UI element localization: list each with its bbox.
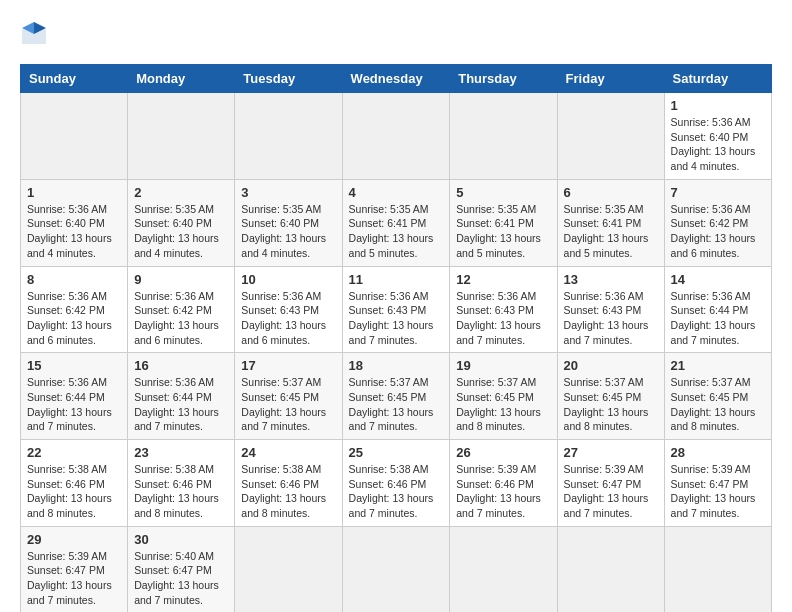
day-info: Sunrise: 5:38 AMSunset: 6:46 PMDaylight:…: [134, 462, 228, 521]
calendar-cell: 18Sunrise: 5:37 AMSunset: 6:45 PMDayligh…: [342, 353, 450, 440]
day-info: Sunrise: 5:37 AMSunset: 6:45 PMDaylight:…: [456, 375, 550, 434]
header-thursday: Thursday: [450, 65, 557, 93]
day-info: Sunrise: 5:36 AMSunset: 6:44 PMDaylight:…: [27, 375, 121, 434]
calendar-cell: 4Sunrise: 5:35 AMSunset: 6:41 PMDaylight…: [342, 179, 450, 266]
calendar-cell: 3Sunrise: 5:35 AMSunset: 6:40 PMDaylight…: [235, 179, 342, 266]
day-info: Sunrise: 5:36 AMSunset: 6:43 PMDaylight:…: [349, 289, 444, 348]
day-number: 8: [27, 272, 121, 287]
day-info: Sunrise: 5:38 AMSunset: 6:46 PMDaylight:…: [241, 462, 335, 521]
day-info: Sunrise: 5:35 AMSunset: 6:41 PMDaylight:…: [564, 202, 658, 261]
calendar-cell: 12Sunrise: 5:36 AMSunset: 6:43 PMDayligh…: [450, 266, 557, 353]
day-number: 25: [349, 445, 444, 460]
day-number: 29: [27, 532, 121, 547]
day-number: 10: [241, 272, 335, 287]
calendar-cell: [235, 93, 342, 180]
calendar-cell: 24Sunrise: 5:38 AMSunset: 6:46 PMDayligh…: [235, 440, 342, 527]
calendar-cell: 30Sunrise: 5:40 AMSunset: 6:47 PMDayligh…: [128, 526, 235, 612]
day-number: 20: [564, 358, 658, 373]
day-info: Sunrise: 5:35 AMSunset: 6:40 PMDaylight:…: [134, 202, 228, 261]
day-number: 17: [241, 358, 335, 373]
day-number: 12: [456, 272, 550, 287]
day-number: 28: [671, 445, 765, 460]
day-info: Sunrise: 5:36 AMSunset: 6:42 PMDaylight:…: [27, 289, 121, 348]
calendar-cell: 21Sunrise: 5:37 AMSunset: 6:45 PMDayligh…: [664, 353, 771, 440]
day-number: 24: [241, 445, 335, 460]
calendar-cell: [235, 526, 342, 612]
calendar-cell: [342, 93, 450, 180]
day-info: Sunrise: 5:39 AMSunset: 6:47 PMDaylight:…: [27, 549, 121, 608]
calendar-cell: 26Sunrise: 5:39 AMSunset: 6:46 PMDayligh…: [450, 440, 557, 527]
calendar-cell: [664, 526, 771, 612]
calendar-cell: 25Sunrise: 5:38 AMSunset: 6:46 PMDayligh…: [342, 440, 450, 527]
day-number: 1: [671, 98, 765, 113]
day-info: Sunrise: 5:36 AMSunset: 6:43 PMDaylight:…: [241, 289, 335, 348]
calendar-cell: 16Sunrise: 5:36 AMSunset: 6:44 PMDayligh…: [128, 353, 235, 440]
day-info: Sunrise: 5:36 AMSunset: 6:43 PMDaylight:…: [564, 289, 658, 348]
day-info: Sunrise: 5:36 AMSunset: 6:43 PMDaylight:…: [456, 289, 550, 348]
header-monday: Monday: [128, 65, 235, 93]
day-info: Sunrise: 5:37 AMSunset: 6:45 PMDaylight:…: [564, 375, 658, 434]
header-sunday: Sunday: [21, 65, 128, 93]
day-number: 2: [134, 185, 228, 200]
calendar-cell: 1Sunrise: 5:36 AMSunset: 6:40 PMDaylight…: [21, 179, 128, 266]
header-tuesday: Tuesday: [235, 65, 342, 93]
day-info: Sunrise: 5:35 AMSunset: 6:41 PMDaylight:…: [349, 202, 444, 261]
day-number: 30: [134, 532, 228, 547]
day-info: Sunrise: 5:38 AMSunset: 6:46 PMDaylight:…: [349, 462, 444, 521]
day-info: Sunrise: 5:35 AMSunset: 6:41 PMDaylight:…: [456, 202, 550, 261]
day-number: 14: [671, 272, 765, 287]
logo: [20, 20, 52, 48]
calendar-cell: 6Sunrise: 5:35 AMSunset: 6:41 PMDaylight…: [557, 179, 664, 266]
day-number: 6: [564, 185, 658, 200]
day-number: 22: [27, 445, 121, 460]
day-info: Sunrise: 5:36 AMSunset: 6:44 PMDaylight:…: [134, 375, 228, 434]
calendar-cell: 2Sunrise: 5:35 AMSunset: 6:40 PMDaylight…: [128, 179, 235, 266]
calendar-cell: 22Sunrise: 5:38 AMSunset: 6:46 PMDayligh…: [21, 440, 128, 527]
day-info: Sunrise: 5:35 AMSunset: 6:40 PMDaylight:…: [241, 202, 335, 261]
day-number: 23: [134, 445, 228, 460]
day-info: Sunrise: 5:36 AMSunset: 6:42 PMDaylight:…: [134, 289, 228, 348]
header-friday: Friday: [557, 65, 664, 93]
day-info: Sunrise: 5:36 AMSunset: 6:44 PMDaylight:…: [671, 289, 765, 348]
day-info: Sunrise: 5:38 AMSunset: 6:46 PMDaylight:…: [27, 462, 121, 521]
day-number: 21: [671, 358, 765, 373]
calendar-cell: [128, 93, 235, 180]
calendar-cell: [450, 526, 557, 612]
calendar-cell: 15Sunrise: 5:36 AMSunset: 6:44 PMDayligh…: [21, 353, 128, 440]
calendar-cell: [450, 93, 557, 180]
day-info: Sunrise: 5:37 AMSunset: 6:45 PMDaylight:…: [349, 375, 444, 434]
day-number: 4: [349, 185, 444, 200]
day-number: 1: [27, 185, 121, 200]
calendar-cell: 10Sunrise: 5:36 AMSunset: 6:43 PMDayligh…: [235, 266, 342, 353]
calendar-cell: 8Sunrise: 5:36 AMSunset: 6:42 PMDaylight…: [21, 266, 128, 353]
day-number: 26: [456, 445, 550, 460]
logo-icon: [20, 20, 48, 48]
calendar-cell: 13Sunrise: 5:36 AMSunset: 6:43 PMDayligh…: [557, 266, 664, 353]
day-info: Sunrise: 5:39 AMSunset: 6:47 PMDaylight:…: [671, 462, 765, 521]
day-number: 11: [349, 272, 444, 287]
calendar-cell: 19Sunrise: 5:37 AMSunset: 6:45 PMDayligh…: [450, 353, 557, 440]
calendar-cell: 28Sunrise: 5:39 AMSunset: 6:47 PMDayligh…: [664, 440, 771, 527]
day-number: 16: [134, 358, 228, 373]
day-info: Sunrise: 5:39 AMSunset: 6:47 PMDaylight:…: [564, 462, 658, 521]
day-number: 13: [564, 272, 658, 287]
calendar-cell: 7Sunrise: 5:36 AMSunset: 6:42 PMDaylight…: [664, 179, 771, 266]
calendar-cell: 20Sunrise: 5:37 AMSunset: 6:45 PMDayligh…: [557, 353, 664, 440]
calendar-cell: [557, 93, 664, 180]
calendar-cell: 1Sunrise: 5:36 AMSunset: 6:40 PMDaylight…: [664, 93, 771, 180]
day-number: 3: [241, 185, 335, 200]
day-info: Sunrise: 5:36 AMSunset: 6:42 PMDaylight:…: [671, 202, 765, 261]
header-wednesday: Wednesday: [342, 65, 450, 93]
day-info: Sunrise: 5:37 AMSunset: 6:45 PMDaylight:…: [671, 375, 765, 434]
day-number: 18: [349, 358, 444, 373]
calendar-cell: 9Sunrise: 5:36 AMSunset: 6:42 PMDaylight…: [128, 266, 235, 353]
calendar-cell: [557, 526, 664, 612]
day-number: 27: [564, 445, 658, 460]
page-header: [20, 20, 772, 48]
day-number: 19: [456, 358, 550, 373]
calendar-table: SundayMondayTuesdayWednesdayThursdayFrid…: [20, 64, 772, 612]
header-saturday: Saturday: [664, 65, 771, 93]
day-number: 9: [134, 272, 228, 287]
calendar-cell: 23Sunrise: 5:38 AMSunset: 6:46 PMDayligh…: [128, 440, 235, 527]
day-info: Sunrise: 5:37 AMSunset: 6:45 PMDaylight:…: [241, 375, 335, 434]
